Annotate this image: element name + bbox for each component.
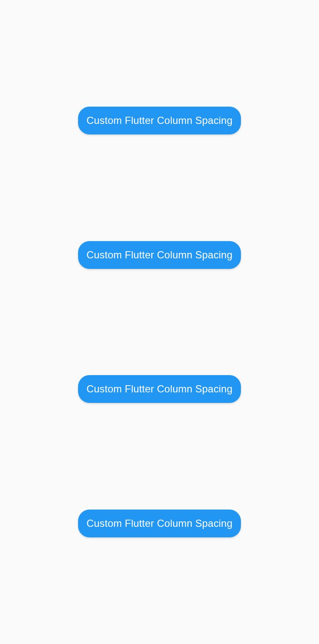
spacing-button-1[interactable]: Custom Flutter Column Spacing bbox=[78, 107, 241, 134]
spacing-button-3[interactable]: Custom Flutter Column Spacing bbox=[78, 375, 241, 403]
spacing-button-4[interactable]: Custom Flutter Column Spacing bbox=[78, 510, 241, 537]
spacing-button-2[interactable]: Custom Flutter Column Spacing bbox=[78, 241, 241, 269]
column-container: Custom Flutter Column Spacing Custom Flu… bbox=[0, 0, 319, 644]
